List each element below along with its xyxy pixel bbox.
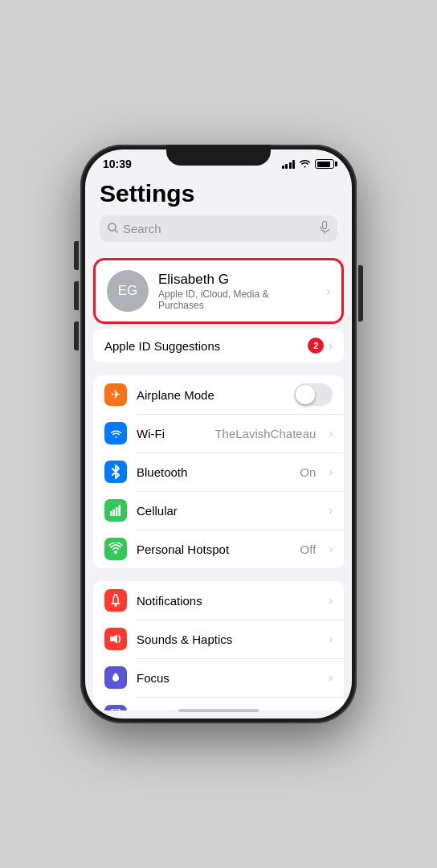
signal-icon: [282, 159, 296, 169]
focus-row[interactable]: Focus ›: [93, 658, 344, 697]
wifi-status-icon: [299, 159, 311, 170]
mic-icon: [320, 221, 329, 236]
wifi-chevron-icon: ›: [329, 427, 333, 440]
phone-frame: 10:39: [80, 145, 357, 723]
focus-label: Focus: [137, 671, 319, 685]
screen-time-icon: [104, 705, 127, 710]
airplane-mode-label: Airplane Mode: [137, 388, 284, 402]
profile-row-wrapper[interactable]: EG Elisabeth G Apple ID, iCloud, Media &…: [93, 258, 344, 324]
hotspot-value: Off: [300, 542, 317, 556]
bluetooth-label: Bluetooth: [137, 465, 290, 479]
hotspot-label: Personal Hotspot: [137, 542, 291, 556]
svg-rect-6: [119, 505, 121, 516]
bluetooth-value: On: [300, 465, 316, 479]
sounds-label: Sounds & Haptics: [137, 633, 319, 646]
svg-point-8: [115, 604, 117, 607]
suggestions-chevron-icon: ›: [329, 339, 333, 352]
cellular-chevron-icon: ›: [329, 504, 333, 517]
profile-subtitle: Apple ID, iCloud, Media & Purchases: [158, 289, 317, 311]
suggestions-badge: 2: [308, 338, 324, 354]
connectivity-group: ✈ Airplane Mode Wi-Fi: [93, 375, 344, 568]
svg-rect-5: [116, 507, 118, 516]
notifications-icon: [104, 589, 127, 612]
cellular-label: Cellular: [137, 504, 319, 518]
sounds-row[interactable]: Sounds & Haptics ›: [93, 620, 344, 658]
focus-icon: [104, 666, 127, 689]
hotspot-chevron-icon: ›: [329, 542, 333, 555]
airplane-mode-row[interactable]: ✈ Airplane Mode: [93, 375, 344, 414]
profile-name: Elisabeth G: [158, 272, 317, 288]
search-placeholder: Search: [123, 222, 315, 235]
svg-rect-10: [112, 709, 120, 710]
svg-point-7: [114, 551, 117, 554]
svg-rect-4: [113, 510, 116, 517]
focus-chevron-icon: ›: [329, 671, 333, 684]
sounds-icon: [104, 628, 127, 650]
avatar: EG: [107, 270, 149, 312]
wifi-row[interactable]: Wi-Fi TheLavishChateau ›: [93, 414, 344, 452]
bluetooth-row[interactable]: Bluetooth On ›: [93, 452, 344, 491]
suggestions-label: Apple ID Suggestions: [104, 339, 308, 353]
phone-screen: 10:39: [85, 149, 352, 719]
cellular-row[interactable]: Cellular ›: [93, 491, 344, 530]
wifi-value: TheLavishChateau: [214, 427, 316, 440]
hotspot-icon: [104, 538, 127, 560]
wifi-label: Wi-Fi: [137, 427, 205, 440]
screen-time-chevron-icon: ›: [329, 710, 333, 710]
airplane-mode-toggle[interactable]: [294, 383, 333, 406]
bluetooth-chevron-icon: ›: [329, 465, 333, 478]
svg-rect-3: [110, 511, 112, 516]
svg-point-0: [108, 223, 116, 231]
settings-header: Settings Search: [85, 174, 352, 258]
svg-marker-9: [110, 634, 117, 644]
notifications-label: Notifications: [137, 594, 319, 608]
notifications-row[interactable]: Notifications ›: [93, 581, 344, 620]
status-time: 10:39: [103, 158, 132, 170]
search-bar[interactable]: Search: [100, 215, 337, 242]
suggestions-row[interactable]: Apple ID Suggestions 2 ›: [93, 329, 344, 362]
screen-content: Settings Search: [85, 174, 352, 710]
svg-rect-1: [323, 222, 327, 229]
bluetooth-icon: [104, 461, 127, 483]
notifications-group: Notifications › Sounds & Haptics ›: [93, 581, 344, 710]
notifications-chevron-icon: ›: [329, 594, 333, 607]
wifi-icon: [104, 422, 127, 444]
cellular-icon: [104, 499, 127, 522]
notch: [166, 145, 271, 166]
status-icons: [282, 159, 335, 170]
airplane-mode-icon: ✈: [104, 383, 127, 406]
page-title: Settings: [100, 180, 337, 207]
hotspot-row[interactable]: Personal Hotspot Off ›: [93, 530, 344, 568]
sounds-chevron-icon: ›: [329, 633, 333, 645]
battery-icon: [315, 159, 334, 169]
profile-info: Elisabeth G Apple ID, iCloud, Media & Pu…: [158, 272, 317, 311]
profile-row[interactable]: EG Elisabeth G Apple ID, iCloud, Media &…: [96, 260, 341, 321]
home-indicator: [178, 709, 259, 712]
profile-chevron-icon: ›: [326, 285, 330, 297]
search-icon: [108, 223, 118, 235]
